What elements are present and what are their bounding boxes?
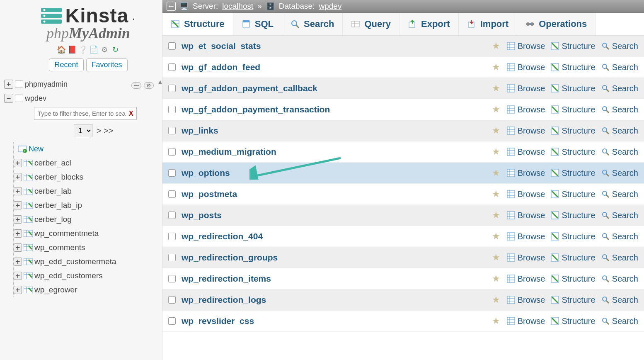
search-action[interactable]: Search <box>601 211 638 220</box>
favorite-star-icon[interactable]: ★ <box>491 125 501 136</box>
row-checkbox[interactable] <box>168 233 176 240</box>
tree-table-item[interactable]: cerber_lab_ip <box>34 201 82 210</box>
expand-toggle[interactable]: + <box>4 80 13 89</box>
browse-action[interactable]: Browse <box>507 126 545 136</box>
structure-action[interactable]: Structure <box>551 316 595 326</box>
breadcrumb-server[interactable]: localhost <box>222 2 253 11</box>
row-checkbox[interactable] <box>168 317 176 325</box>
table-name-link[interactable]: wp_redirection_items <box>182 274 485 284</box>
structure-action[interactable]: Structure <box>551 295 595 305</box>
new-table-link[interactable]: New <box>29 145 44 153</box>
structure-action[interactable]: Structure <box>551 41 595 51</box>
browse-action[interactable]: Browse <box>507 84 545 93</box>
gear-icon[interactable]: ⚙ <box>100 45 109 54</box>
favorite-star-icon[interactable]: ★ <box>491 294 501 305</box>
search-action[interactable]: Search <box>601 253 638 263</box>
search-action[interactable]: Search <box>601 190 638 199</box>
row-checkbox[interactable] <box>168 63 176 71</box>
search-action[interactable]: Search <box>601 232 638 241</box>
row-checkbox[interactable] <box>168 296 176 304</box>
row-checkbox[interactable] <box>168 275 176 282</box>
structure-action[interactable]: Structure <box>551 105 595 114</box>
favorite-star-icon[interactable]: ★ <box>491 316 501 326</box>
structure-action[interactable]: Structure <box>551 253 595 263</box>
favorite-star-icon[interactable]: ★ <box>491 273 501 284</box>
browse-action[interactable]: Browse <box>507 190 545 199</box>
expand-toggle[interactable]: + <box>14 286 22 294</box>
search-action[interactable]: Search <box>601 105 638 114</box>
tree-table-item[interactable]: cerber_log <box>34 215 72 224</box>
tree-table-item[interactable]: wp_comments <box>34 243 85 252</box>
row-checkbox[interactable] <box>168 42 176 50</box>
search-action[interactable]: Search <box>601 147 638 157</box>
favorite-star-icon[interactable]: ★ <box>491 83 501 94</box>
tree-table-item[interactable]: wp_egrower <box>34 285 77 294</box>
tree-table-item[interactable]: cerber_lab <box>34 187 72 196</box>
tab-export[interactable]: Export <box>399 13 459 35</box>
help-icon[interactable]: ❔ <box>78 45 87 54</box>
expand-toggle[interactable]: + <box>14 258 22 266</box>
row-checkbox[interactable] <box>168 85 176 92</box>
structure-action[interactable]: Structure <box>551 63 595 72</box>
search-action[interactable]: Search <box>601 316 638 326</box>
favorite-star-icon[interactable]: ★ <box>491 252 501 263</box>
table-name-link[interactable]: wp_links <box>182 126 485 136</box>
search-action[interactable]: Search <box>601 126 638 136</box>
table-name-link[interactable]: wp_options <box>182 168 485 178</box>
browse-action[interactable]: Browse <box>507 274 545 284</box>
structure-action[interactable]: Structure <box>551 168 595 178</box>
table-name-link[interactable]: wp_revslider_css <box>182 316 485 326</box>
favorite-star-icon[interactable]: ★ <box>491 231 501 242</box>
structure-action[interactable]: Structure <box>551 147 595 157</box>
browse-action[interactable]: Browse <box>507 63 545 72</box>
browse-action[interactable]: Browse <box>507 105 545 114</box>
favorite-star-icon[interactable]: ★ <box>491 168 501 178</box>
browse-action[interactable]: Browse <box>507 211 545 220</box>
row-checkbox[interactable] <box>168 106 176 113</box>
new-table-icon[interactable]: + <box>18 145 27 153</box>
browse-action[interactable]: Browse <box>507 232 545 241</box>
tree-table-item[interactable]: wp_commentmeta <box>34 229 99 238</box>
expand-toggle[interactable]: − <box>4 94 13 103</box>
structure-action[interactable]: Structure <box>551 126 595 136</box>
home-icon[interactable]: 🏠 <box>57 45 66 54</box>
row-checkbox[interactable] <box>168 254 176 261</box>
search-action[interactable]: Search <box>601 295 638 305</box>
expand-toggle[interactable]: + <box>14 229 22 238</box>
structure-action[interactable]: Structure <box>551 84 595 93</box>
favorite-star-icon[interactable]: ★ <box>491 62 501 73</box>
expand-toggle[interactable]: + <box>14 159 22 167</box>
expand-toggle[interactable]: + <box>14 272 22 280</box>
table-name-link[interactable]: wp_redirection_404 <box>182 231 485 241</box>
browse-action[interactable]: Browse <box>507 316 545 326</box>
browse-action[interactable]: Browse <box>507 147 545 157</box>
search-action[interactable]: Search <box>601 168 638 178</box>
structure-action[interactable]: Structure <box>551 211 595 220</box>
browse-action[interactable]: Browse <box>507 253 545 263</box>
structure-action[interactable]: Structure <box>551 190 595 199</box>
table-name-link[interactable]: wp_medium_migration <box>182 147 485 157</box>
row-checkbox[interactable] <box>168 212 176 219</box>
expand-toggle[interactable]: + <box>14 215 22 224</box>
favorite-star-icon[interactable]: ★ <box>491 210 501 221</box>
table-name-link[interactable]: wp_posts <box>182 210 485 220</box>
favorite-star-icon[interactable]: ★ <box>491 41 501 51</box>
tree-table-item[interactable]: wp_edd_customermeta <box>34 257 116 266</box>
browse-action[interactable]: Browse <box>507 295 545 305</box>
back-icon[interactable]: ← <box>167 2 176 11</box>
table-name-link[interactable]: wp_redirection_logs <box>182 295 485 305</box>
tree-filter-input[interactable] <box>34 107 137 120</box>
row-checkbox[interactable] <box>168 190 176 198</box>
table-name-link[interactable]: wp_postmeta <box>182 189 485 199</box>
favorite-star-icon[interactable]: ★ <box>491 104 501 115</box>
breadcrumb-database[interactable]: wpdev <box>319 2 341 11</box>
expand-toggle[interactable]: + <box>14 187 22 195</box>
tree-table-item[interactable]: cerber_blocks <box>34 173 83 182</box>
search-action[interactable]: Search <box>601 84 638 93</box>
table-name-link[interactable]: wp_gf_addon_payment_transaction <box>182 105 485 114</box>
refresh-icon[interactable]: ↻ <box>111 45 120 54</box>
db-node-wpdev[interactable]: wpdev <box>25 94 46 103</box>
tab-operations[interactable]: Operations <box>517 13 596 35</box>
row-checkbox[interactable] <box>168 169 176 177</box>
db-node-phpmyadmin[interactable]: phpmyadmin <box>25 80 68 89</box>
